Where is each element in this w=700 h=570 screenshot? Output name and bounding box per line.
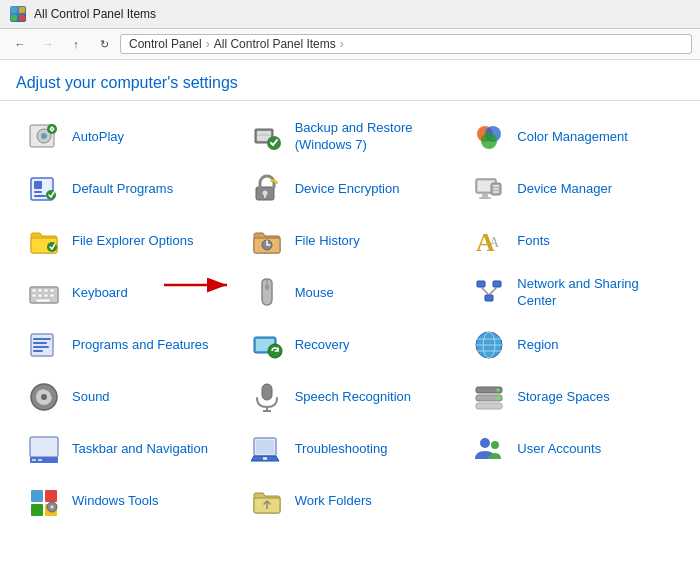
address-bar[interactable]: Control Panel › All Control Panel Items … [120,34,692,54]
items-grid: AutoPlay Backup and Restore (Windows 7) … [0,101,700,537]
svg-rect-72 [262,384,272,400]
fonts-label: Fonts [517,233,550,250]
svg-rect-90 [31,490,43,502]
svg-rect-44 [44,294,48,297]
svg-rect-39 [38,289,42,292]
item-color[interactable]: Color Management [461,111,684,163]
svg-rect-43 [38,294,42,297]
svg-rect-25 [482,193,488,197]
item-users[interactable]: User Accounts [461,423,684,475]
backup-label: Backup and Restore (Windows 7) [295,120,452,154]
svg-rect-60 [33,350,43,352]
svg-point-80 [497,405,500,408]
item-sound[interactable]: Sound [16,371,239,423]
back-button[interactable]: ← [8,33,32,55]
network-icon [471,275,507,311]
item-autoplay[interactable]: AutoPlay [16,111,239,163]
svg-rect-83 [32,459,36,461]
svg-rect-58 [33,342,47,344]
svg-rect-59 [33,346,49,348]
troubleshoot-label: Troubleshooting [295,441,388,458]
svg-point-8 [47,124,57,134]
svg-rect-2 [11,15,17,21]
svg-rect-86 [256,440,274,454]
item-backup[interactable]: Backup and Restore (Windows 7) [239,111,462,163]
device-manager-label: Device Manager [517,181,612,198]
svg-line-54 [481,287,489,295]
svg-rect-29 [493,188,499,190]
windows-tools-icon [26,483,62,519]
item-speech[interactable]: Speech Recognition [239,371,462,423]
up-button[interactable]: ↑ [64,33,88,55]
svg-rect-92 [31,504,43,516]
default-programs-label: Default Programs [72,181,173,198]
svg-rect-40 [44,289,48,292]
svg-rect-51 [477,281,485,287]
troubleshoot-icon [249,431,285,467]
svg-point-89 [491,441,499,449]
users-label: User Accounts [517,441,601,458]
file-history-label: File History [295,233,360,250]
title-bar-icon [10,6,26,22]
speech-label: Speech Recognition [295,389,411,406]
item-mouse[interactable]: Mouse [239,267,462,319]
item-programs[interactable]: Programs and Features [16,319,239,371]
item-storage[interactable]: Storage Spaces [461,371,684,423]
region-icon [471,327,507,363]
svg-rect-46 [36,299,50,302]
work-folders-label: Work Folders [295,493,372,510]
item-region[interactable]: Region [461,319,684,371]
autoplay-label: AutoPlay [72,129,124,146]
svg-rect-38 [32,289,36,292]
item-encryption[interactable]: Device Encryption [239,163,462,215]
network-label: Network and Sharing Center [517,276,674,310]
svg-rect-26 [479,197,491,199]
mouse-label: Mouse [295,285,334,302]
item-windows-tools[interactable]: Windows Tools [16,475,239,527]
encryption-label: Device Encryption [295,181,400,198]
svg-point-14 [481,133,497,149]
storage-icon [471,379,507,415]
item-device-manager[interactable]: Device Manager [461,163,684,215]
recovery-label: Recovery [295,337,350,354]
refresh-button[interactable]: ↻ [92,33,116,55]
color-icon [471,119,507,155]
svg-rect-56 [31,334,53,356]
users-icon [471,431,507,467]
item-fonts[interactable]: A A Fonts [461,215,684,267]
backup-icon [249,119,285,155]
svg-rect-0 [11,7,17,13]
item-network[interactable]: Network and Sharing Center [461,267,684,319]
breadcrumb-allitems: All Control Panel Items [214,37,336,51]
svg-rect-84 [38,459,42,461]
storage-label: Storage Spaces [517,389,610,406]
svg-rect-52 [493,281,501,287]
svg-rect-18 [34,195,46,197]
sound-icon [26,379,62,415]
svg-rect-30 [493,191,499,193]
svg-rect-22 [264,194,266,198]
file-explorer-label: File Explorer Options [72,233,193,250]
svg-rect-45 [50,294,54,297]
item-recovery[interactable]: Recovery [239,319,462,371]
item-taskbar[interactable]: Taskbar and Navigation [16,423,239,475]
forward-button[interactable]: → [36,33,60,55]
svg-rect-53 [485,295,493,301]
item-troubleshoot[interactable]: Troubleshooting [239,423,462,475]
svg-rect-81 [30,437,58,457]
color-label: Color Management [517,129,628,146]
svg-rect-57 [33,338,51,340]
region-label: Region [517,337,558,354]
item-file-explorer[interactable]: File Explorer Options [16,215,239,267]
programs-label: Programs and Features [72,337,209,354]
svg-line-55 [489,287,497,295]
svg-point-88 [480,438,490,448]
autoplay-icon [26,119,62,155]
item-work-folders[interactable]: Work Folders [239,475,462,527]
svg-text:A: A [489,235,500,250]
programs-icon [26,327,62,363]
keyboard-label: Keyboard [72,285,128,302]
item-file-history[interactable]: File History [239,215,462,267]
file-explorer-icon [26,223,62,259]
item-default-programs[interactable]: Default Programs [16,163,239,215]
